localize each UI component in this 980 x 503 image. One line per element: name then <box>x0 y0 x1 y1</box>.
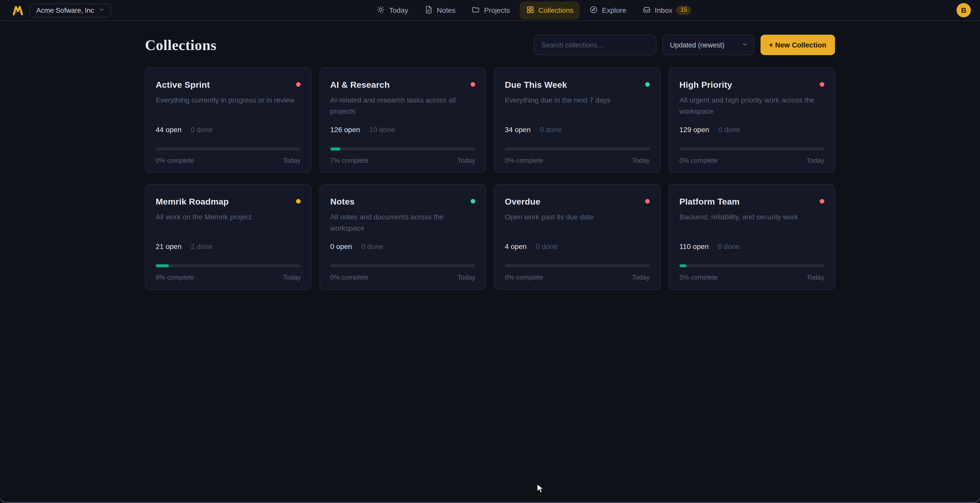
main-content: Collections Updated (newest) + New Colle… <box>145 35 835 290</box>
done-count: 10 done <box>369 125 395 134</box>
mouse-cursor <box>536 484 546 496</box>
collection-title: Overdue <box>505 197 540 207</box>
page-header: Collections Updated (newest) + New Colle… <box>145 35 835 55</box>
status-dot <box>471 82 475 87</box>
nav-item-notes[interactable]: Notes <box>418 1 462 19</box>
updated-label: Today <box>458 157 475 164</box>
collection-card-notes[interactable]: Notes All notes and documents across the… <box>320 184 486 290</box>
percent-complete: 9% complete <box>156 273 194 281</box>
progress-bar <box>679 264 824 267</box>
primary-nav: Today Notes Projects Collections <box>111 1 956 19</box>
collection-title: Memrik Roadmap <box>156 197 229 207</box>
nav-label: Today <box>389 6 408 14</box>
collection-title: Due This Week <box>505 80 567 90</box>
progress-bar <box>505 148 650 151</box>
app-logo-icon[interactable] <box>10 3 25 18</box>
collection-description: Open work past its due date <box>505 212 650 234</box>
open-count: 44 open <box>156 125 181 134</box>
percent-complete: 7% complete <box>330 157 369 164</box>
nav-item-today[interactable]: Today <box>370 1 415 19</box>
open-count: 4 open <box>505 242 527 251</box>
updated-label: Today <box>283 157 301 164</box>
collection-description: Everything due in the next 7 days <box>505 95 650 117</box>
done-count: 0 done <box>540 125 562 134</box>
sort-dropdown[interactable]: Updated (newest) <box>662 35 754 55</box>
progress-fill <box>330 148 340 151</box>
collection-card-active-sprint[interactable]: Active Sprint Everything currently in pr… <box>145 67 311 173</box>
done-count: 0 done <box>361 242 383 251</box>
progress-fill <box>156 264 169 267</box>
chevron-down-icon <box>741 41 748 49</box>
chevron-down-icon <box>99 6 105 14</box>
open-count: 110 open <box>679 242 709 251</box>
nav-left: Acme Sofware, Inc <box>10 3 111 18</box>
collection-description: All work on the Memrik project <box>156 212 301 234</box>
collection-title: Platform Team <box>679 197 740 207</box>
workspace-name: Acme Sofware, Inc <box>36 6 94 14</box>
updated-label: Today <box>458 273 475 281</box>
nav-label: Inbox <box>655 6 673 14</box>
done-count: 0 done <box>191 125 213 134</box>
collection-card-ai-research[interactable]: AI & Research AI-related and research ta… <box>320 67 486 173</box>
search-input[interactable] <box>534 35 656 55</box>
status-dot <box>471 199 475 203</box>
nav-label: Explore <box>602 6 626 14</box>
compass-icon <box>590 5 598 15</box>
percent-complete: 0% complete <box>505 273 543 281</box>
open-count: 126 open <box>330 125 360 134</box>
updated-label: Today <box>632 157 650 164</box>
new-collection-button[interactable]: + New Collection <box>760 35 835 55</box>
collection-card-memrik-roadmap[interactable]: Memrik Roadmap All work on the Memrik pr… <box>145 184 311 290</box>
workspace-selector[interactable]: Acme Sofware, Inc <box>30 3 111 17</box>
progress-bar <box>505 264 650 267</box>
collection-description: All urgent and high priority work across… <box>679 95 824 117</box>
nav-item-collections[interactable]: Collections <box>520 1 580 19</box>
percent-complete: 0% complete <box>679 157 718 164</box>
status-dot <box>296 199 301 203</box>
open-count: 129 open <box>679 125 709 134</box>
top-nav: Acme Sofware, Inc Today Notes <box>0 0 980 21</box>
collections-grid: Active Sprint Everything currently in pr… <box>145 67 835 290</box>
collection-title: Active Sprint <box>156 80 210 90</box>
user-avatar[interactable]: B <box>956 3 971 17</box>
collection-description: AI-related and research tasks across all… <box>330 95 475 117</box>
updated-label: Today <box>807 273 824 281</box>
progress-bar <box>330 148 475 151</box>
status-dot <box>820 82 824 87</box>
collection-card-high-priority[interactable]: High Priority All urgent and high priori… <box>669 67 835 173</box>
percent-complete: 0% complete <box>505 157 543 164</box>
progress-fill <box>679 264 687 267</box>
status-dot <box>645 199 650 203</box>
collection-description: All notes and documents across the works… <box>330 212 475 234</box>
collection-card-due-this-week[interactable]: Due This Week Everything due in the next… <box>494 67 660 173</box>
status-dot <box>296 82 301 87</box>
collection-card-platform-team[interactable]: Platform Team Backend, reliability, and … <box>669 184 835 290</box>
nav-item-projects[interactable]: Projects <box>465 1 517 19</box>
collection-title: High Priority <box>679 80 732 90</box>
done-count: 0 done <box>718 125 740 134</box>
updated-label: Today <box>283 273 301 281</box>
header-controls: Updated (newest) + New Collection <box>534 35 835 55</box>
open-count: 34 open <box>505 125 531 134</box>
done-count: 6 done <box>718 242 740 251</box>
nav-item-inbox[interactable]: Inbox 15 <box>636 1 698 19</box>
sort-value: Updated (newest) <box>670 41 724 49</box>
note-icon <box>425 5 433 15</box>
app-window: Acme Sofware, Inc Today Notes <box>0 0 980 503</box>
nav-label: Collections <box>538 6 573 14</box>
sun-icon <box>377 5 385 15</box>
collection-card-overdue[interactable]: Overdue Open work past its due date 4 op… <box>494 184 660 290</box>
progress-bar <box>330 264 475 267</box>
status-dot <box>645 82 650 87</box>
nav-label: Projects <box>484 6 510 14</box>
nav-item-explore[interactable]: Explore <box>583 1 633 19</box>
collection-title: AI & Research <box>330 80 390 90</box>
progress-bar <box>156 264 301 267</box>
percent-complete: 0% complete <box>156 157 194 164</box>
percent-complete: 5% complete <box>679 273 718 281</box>
progress-bar <box>679 148 824 151</box>
updated-label: Today <box>632 273 650 281</box>
open-count: 21 open <box>156 242 181 251</box>
updated-label: Today <box>807 157 824 164</box>
collection-description: Everything currently in progress or in r… <box>156 95 301 117</box>
